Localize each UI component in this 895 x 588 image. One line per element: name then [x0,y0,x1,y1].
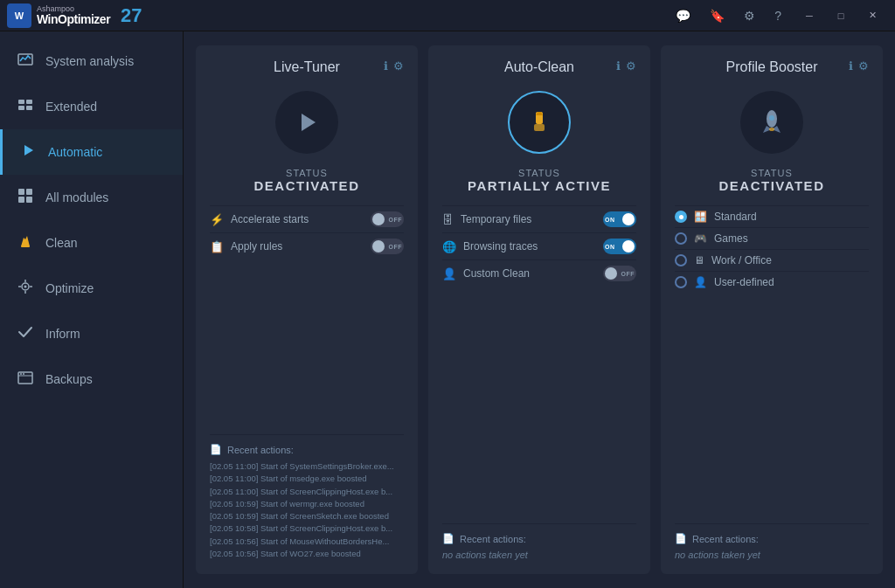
auto-clean-no-actions: no actions taken yet [442,550,636,560]
live-tuner-title: Live-Tuner [274,59,340,75]
svg-point-12 [24,286,27,288]
minimize-button[interactable]: ─ [794,3,825,28]
custom-knob [605,267,617,280]
browsing-toggle[interactable] [603,239,636,254]
custom-icon: 👤 [442,267,456,280]
sidebar-label-extended: Extended [45,100,97,114]
sidebar-label-backups: Backups [45,372,93,386]
browsing-label: Browsing traces [463,240,538,252]
temp-knob [622,213,635,225]
rules-toggle[interactable] [371,239,404,254]
games-radio-label: Games [714,232,748,245]
user-defined-radio-dot[interactable] [675,276,687,288]
live-tuner-header-icons: ℹ ⚙ [384,59,404,73]
svg-rect-3 [18,106,24,110]
profile-booster-card: Profile Booster ℹ ⚙ Status DEACTIVATED [661,45,883,574]
sidebar-item-clean[interactable]: Clean [0,220,183,266]
svg-marker-5 [24,145,33,156]
sidebar-item-extended[interactable]: Extended [0,84,183,129]
standard-radio-icon: 🪟 [694,211,707,223]
settings-icon[interactable]: ⚙ [739,7,760,24]
live-tuner-header: Live-Tuner ℹ ⚙ [210,59,404,75]
sidebar-item-automatic[interactable]: Automatic [0,129,183,175]
profile-booster-status-value: DEACTIVATED [675,178,869,193]
sidebar-label-all-modules: All modules [45,190,108,204]
profile-booster-no-actions: no actions taken yet [675,550,869,560]
auto-clean-toggle-custom[interactable]: 👤 Custom Clean [442,259,636,287]
svg-point-20 [23,373,24,375]
temp-toggle[interactable] [603,211,636,227]
live-tuner-settings-icon[interactable]: ⚙ [393,59,404,73]
svg-rect-6 [18,189,24,195]
auto-clean-toggle-browsing[interactable]: 🌐 Browsing traces [442,232,636,259]
sidebar-item-backups[interactable]: Backups [0,356,183,402]
backups-icon [16,369,35,390]
svg-rect-7 [26,189,32,195]
content-area: Live-Tuner ℹ ⚙ Status DEACTIVATED ⚡ Acce… [184,31,895,588]
live-tuner-status-value: DEACTIVATED [210,178,404,193]
log-entry-1: [02.05 11:00] Start of msedge.exe booste… [210,473,404,485]
version-label: 27 [121,4,142,27]
profile-option-work[interactable]: 🖥 Work / Office [675,249,869,271]
profile-booster-header: Profile Booster ℹ ⚙ [675,59,869,75]
profile-booster-settings-icon[interactable]: ⚙ [858,59,869,73]
app-logo: W Ashampoo WinOptimizer 27 [7,3,670,28]
work-radio-label: Work / Office [711,254,772,266]
rules-label: Apply rules [231,240,282,252]
chat-icon[interactable]: 💬 [670,7,696,24]
rules-icon: 📋 [210,240,224,253]
automatic-icon [18,142,38,163]
standard-radio-label: Standard [714,211,757,223]
auto-clean-info-icon[interactable]: ℹ [616,59,621,73]
sidebar-label-automatic: Automatic [48,145,102,159]
work-radio-dot[interactable] [675,254,687,266]
close-button[interactable]: ✕ [857,3,888,28]
svg-rect-4 [26,106,32,110]
accelerate-icon: ⚡ [210,213,224,226]
bookmark-icon[interactable]: 🔖 [704,7,730,24]
auto-clean-toggle-temp[interactable]: 🗄 Temporary files [442,205,636,232]
system-analysis-icon [16,51,35,72]
live-tuner-info-icon[interactable]: ℹ [384,59,388,73]
titlebar-icons: 💬 🔖 ⚙ ? [670,7,787,24]
profile-booster-recent: 📄 Recent actions: no actions taken yet [675,523,869,560]
profile-recent-label: Recent actions: [692,534,759,544]
accelerate-toggle[interactable] [371,211,404,227]
log-entry-5: [02.05 10:58] Start of ScreenClippingHos… [210,522,404,535]
svg-marker-21 [302,114,316,131]
extended-icon [16,96,35,117]
custom-toggle[interactable] [603,266,636,281]
logo-text: Ashampoo WinOptimizer [37,5,110,25]
live-tuner-status-label: Status [210,168,404,178]
standard-radio-dot[interactable] [675,211,687,223]
recent-log-icon: 📄 [210,444,222,455]
auto-clean-settings-icon[interactable]: ⚙ [626,59,636,73]
profile-booster-info-icon[interactable]: ℹ [849,59,853,73]
sidebar-item-optimize[interactable]: Optimize [0,266,183,311]
browsing-icon: 🌐 [442,240,456,253]
sidebar-item-inform[interactable]: Inform [0,311,183,356]
live-tuner-icon [275,91,338,154]
profile-option-standard[interactable]: 🪟 Standard [675,205,869,227]
accelerate-knob [372,213,385,225]
maximize-button[interactable]: □ [825,3,857,28]
profile-booster-title: Profile Booster [726,59,818,75]
auto-clean-title: Auto-Clean [504,59,574,75]
profile-option-games[interactable]: 🎮 Games [675,227,869,249]
svg-point-29 [769,128,774,131]
games-radio-dot[interactable] [675,232,687,245]
profile-booster-header-icons: ℹ ⚙ [849,59,869,73]
live-tuner-toggle-rules[interactable]: 📋 Apply rules [210,232,404,259]
live-tuner-log: [02.05 11:00] Start of SystemSettingsBro… [210,460,404,560]
sidebar-item-all-modules[interactable]: All modules [0,175,183,220]
recent-label: Recent actions: [227,445,294,455]
auto-clean-status-value: PARTIALLY ACTIVE [442,178,636,193]
log-entry-6: [02.05 10:56] Start of MouseWithoutBorde… [210,536,404,548]
browsing-knob [622,240,635,252]
custom-label: Custom Clean [463,267,530,280]
svg-rect-2 [26,100,32,104]
live-tuner-toggle-accelerate[interactable]: ⚡ Accelerate starts [210,205,404,232]
help-icon[interactable]: ? [769,7,787,24]
profile-option-user-defined[interactable]: 👤 User-defined [675,271,869,293]
sidebar-item-system-analysis[interactable]: System analysis [0,38,183,84]
